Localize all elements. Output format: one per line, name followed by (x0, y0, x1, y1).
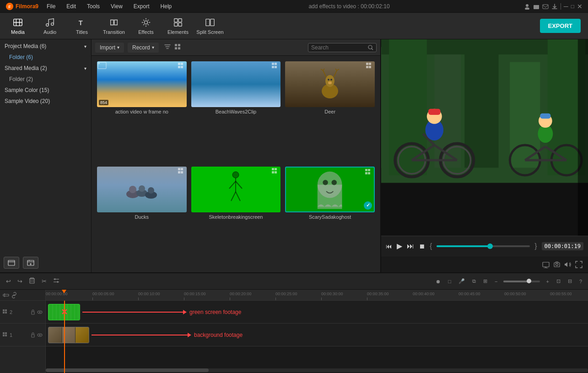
progress-handle[interactable] (487, 243, 493, 249)
track-headers: 2 1 (0, 290, 46, 373)
close-btn[interactable]: ✕ (577, 3, 583, 10)
menu-export[interactable]: Export (131, 2, 152, 11)
filter-button[interactable] (164, 43, 171, 51)
search-input[interactable] (311, 44, 366, 51)
record-button[interactable]: Record ▾ (128, 43, 159, 53)
eye-icon-track1[interactable] (37, 332, 43, 338)
media-toolbar: Import ▾ Record ▾ (92, 39, 380, 56)
mail-icon[interactable] (542, 3, 549, 10)
screen-size-icon[interactable] (542, 261, 550, 268)
zoom-out-button[interactable]: − (492, 277, 500, 286)
import-button[interactable]: Import ▾ (95, 43, 124, 53)
add-clip-button[interactable]: ⊞ (481, 277, 490, 286)
menu-view[interactable]: View (108, 2, 125, 11)
maximize-btn[interactable]: □ (571, 3, 574, 10)
delete-button[interactable] (27, 276, 38, 287)
zoom-in-button[interactable]: + (544, 277, 551, 286)
zoom-fill (503, 281, 529, 282)
sample-video-item[interactable]: Sample Video (20) (0, 96, 91, 107)
media-browser: Import ▾ Record ▾ (92, 39, 381, 272)
tool-audio[interactable]: Audio (34, 14, 66, 38)
fullscreen-icon[interactable] (575, 261, 583, 268)
pip-button[interactable]: ⧉ (470, 277, 478, 286)
tool-split-screen[interactable]: Split Screen (194, 14, 226, 38)
shared-media-item[interactable]: Shared Media (2) ▾ (0, 63, 91, 74)
menu-file[interactable]: File (44, 2, 58, 11)
folder-icon[interactable] (533, 3, 539, 10)
stop-button[interactable]: ⏹ (419, 243, 425, 250)
fast-forward-button[interactable]: ⏭ (407, 242, 414, 250)
add-folder-btn[interactable] (4, 257, 19, 269)
chevron-right-icon: ▾ (84, 66, 86, 71)
zoom-slider[interactable] (503, 281, 540, 282)
help-tl-button[interactable]: ? (577, 277, 584, 286)
settings-button[interactable] (51, 276, 62, 287)
tool-effects[interactable]: Effects (130, 14, 162, 38)
menu-edit[interactable]: Edit (64, 2, 79, 11)
window-controls: ─ □ ✕ (524, 3, 583, 10)
list-item[interactable]: Deer (285, 61, 375, 162)
svg-rect-129 (3, 309, 5, 311)
folder-item[interactable]: Folder (6) (0, 52, 91, 63)
lock-icon-track2[interactable] (30, 309, 36, 315)
grid-view-icon (174, 43, 181, 50)
snapshot-icon[interactable] (553, 261, 561, 268)
grid-icon (178, 63, 185, 70)
bracket-left-icon[interactable]: { (430, 242, 432, 250)
snap-icon[interactable] (3, 292, 9, 298)
svg-line-37 (323, 70, 326, 77)
fit-timeline-button[interactable]: ⊡ (554, 277, 563, 286)
undo-button[interactable]: ↩ (4, 276, 13, 286)
play-button[interactable]: ▶ (397, 242, 402, 250)
list-item[interactable]: ✓ ScarySadakoghost (285, 167, 375, 267)
zoom-handle[interactable] (527, 279, 531, 283)
sample-color-item[interactable]: Sample Color (15) (0, 85, 91, 96)
grid-icon (366, 63, 373, 70)
grid-view-button[interactable] (174, 43, 181, 51)
tool-elements[interactable]: Elements (162, 14, 194, 38)
snapshot-tl-button[interactable]: □ (446, 277, 453, 286)
menu-help[interactable]: Help (158, 2, 175, 11)
cut-button[interactable]: ✂ (39, 276, 49, 286)
svg-line-65 (236, 192, 240, 201)
timeline-settings-icon (53, 277, 59, 284)
preview-panel: ⏮ ▶ ⏭ ⏹ { } 00:00:01:19 (381, 39, 588, 272)
tool-media[interactable]: Media (2, 14, 34, 38)
minimize-btn[interactable]: ─ (564, 3, 568, 10)
lock-icon-track1[interactable] (30, 332, 36, 338)
menu-tools[interactable]: Tools (84, 2, 102, 11)
shared-folder-item[interactable]: Folder (2) (0, 74, 91, 85)
link-icon[interactable] (11, 292, 17, 298)
redo-button[interactable]: ↪ (15, 276, 25, 286)
playhead-triangle (62, 290, 66, 293)
list-item[interactable]: 854 action video w frame no (97, 61, 187, 162)
user-icon[interactable] (524, 3, 530, 10)
tool-titles[interactable]: T Titles (66, 14, 98, 38)
record-tl-button[interactable]: ⏺ (433, 277, 443, 286)
export-button[interactable]: EXPORT (540, 19, 581, 33)
skip-to-start-button[interactable]: ⏮ (386, 243, 392, 250)
svg-rect-131 (3, 312, 5, 314)
list-item[interactable]: Ducks (97, 167, 187, 267)
timeline-scrollbar[interactable] (46, 368, 588, 372)
volume-icon[interactable] (564, 261, 572, 268)
svg-rect-15 (206, 19, 210, 26)
svg-rect-137 (5, 332, 7, 334)
project-media-item[interactable]: Project Media (6) ▾ (0, 39, 91, 52)
track-clip-bg[interactable] (48, 327, 89, 343)
eye-icon-track2[interactable] (37, 309, 43, 315)
split-view-button[interactable]: ⊟ (566, 277, 574, 286)
svg-rect-13 (174, 22, 178, 26)
list-item[interactable]: Skeletonbreakingscreen (191, 167, 281, 267)
mic-button[interactable]: 🎤 (456, 277, 467, 286)
tool-transition[interactable]: Transition (98, 14, 130, 38)
bracket-right-icon[interactable]: } (534, 242, 537, 250)
progress-bar[interactable] (437, 245, 530, 247)
add-media-btn[interactable] (23, 257, 38, 269)
download-icon[interactable] (551, 3, 558, 10)
svg-rect-139 (5, 335, 7, 336)
svg-rect-12 (178, 18, 182, 22)
list-item[interactable]: BeachWaves2Clip (191, 61, 281, 162)
track-grid-icon (3, 332, 8, 338)
svg-rect-82 (381, 47, 382, 168)
